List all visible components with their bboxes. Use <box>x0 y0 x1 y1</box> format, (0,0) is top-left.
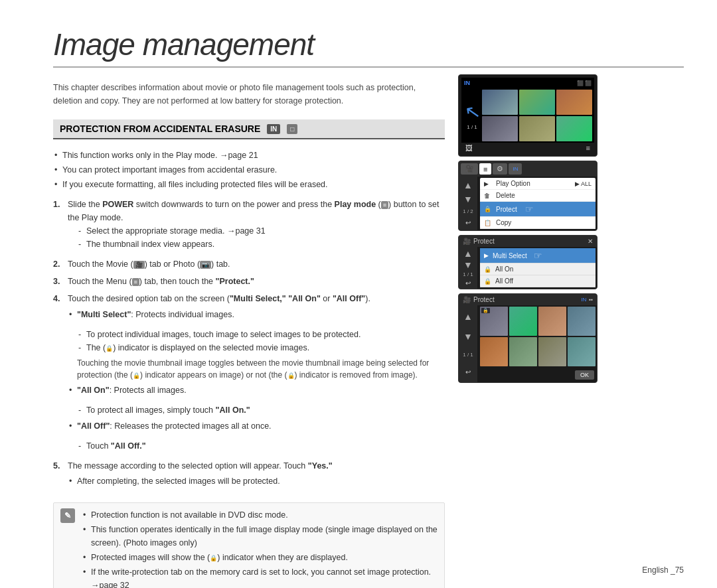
alloff-item[interactable]: 🔒 All Off <box>480 275 596 287</box>
step-4-bullets: "Multi Select": Protects individual imag… <box>68 308 445 321</box>
step-4-alloff: "All Off": Releases the protected images… <box>68 419 445 433</box>
screen3-body: ▲ ▼ 1 / 1 ↩ ▶ Multi Select ☞ 🔒 A <box>459 247 597 289</box>
screen2-tabs: 🎥 ≡ ⚙ IN <box>459 161 597 177</box>
thumb-2[interactable] <box>519 90 555 115</box>
photo-5[interactable] <box>480 337 508 366</box>
intro-paragraph: This chapter describes information about… <box>53 81 445 108</box>
step-4-alloff-dash: Touch "All Off." <box>77 439 445 453</box>
menu-delete[interactable]: 🗑 Delete <box>480 190 596 202</box>
menu-play-option[interactable]: ▶ Play Option ▶ ALL <box>480 178 596 190</box>
multiselect-icon: ▶ <box>484 252 489 259</box>
screen1-pagenum: 1 / 1 <box>467 124 477 130</box>
protect-icon: 🔒 <box>484 206 492 212</box>
step-1-text: Slide the POWER switch downwards to turn… <box>68 200 439 222</box>
screen2-menu: ▶ Play Option ▶ ALL 🗑 Delete 🔒 Protect ☞ <box>480 178 596 229</box>
page-container: Image management This chapter describes … <box>0 0 717 588</box>
note-4: If the write-protection tab on the memor… <box>82 565 438 588</box>
tab-in[interactable]: IN <box>509 163 522 175</box>
menu-copy[interactable]: 📋 Copy <box>480 217 596 229</box>
screen3-controls: ▲ ▼ 1 / 1 ↩ <box>459 247 477 289</box>
thumb-6[interactable] <box>556 116 592 141</box>
step-4-text: Touch the desired option tab on the scre… <box>68 294 370 303</box>
notes-content: Protection function is not available in … <box>82 508 438 588</box>
screen4-movie-icon: 🎥 <box>463 296 471 303</box>
tab-settings[interactable]: ⚙ <box>493 163 507 175</box>
bullet-item: You can protect important images from ac… <box>53 163 445 177</box>
s4-up[interactable]: ▲ <box>463 312 473 321</box>
screen4-controls: ▲ ▼ 1 / 1 ↩ <box>459 305 477 382</box>
screen3-title-area: 🎥 Protect <box>463 238 495 245</box>
thumb-5[interactable] <box>519 116 555 141</box>
play-icon: ▶ <box>484 181 492 187</box>
screen3-movie-icon: 🎥 <box>463 238 471 245</box>
lock-1: 🔒 <box>481 308 490 313</box>
step-4: 4. Touch the desired option tab on the s… <box>53 292 445 455</box>
photo-6[interactable] <box>509 337 537 366</box>
step-1: 1. Slide the POWER switch downwards to t… <box>53 198 445 254</box>
finger-on-protect: ☞ <box>525 204 534 214</box>
screen2-controls: ▲ ▼ 1 / 2 ↩ <box>459 177 477 230</box>
screen1-battery: ⬛ ⬛ <box>577 80 592 86</box>
down-arrow[interactable]: ▼ <box>463 194 473 204</box>
step-3-num: 3. <box>53 275 64 288</box>
step-4-dash-2: The (🔒) indicator is displayed on the se… <box>77 341 445 354</box>
s4-back[interactable]: ↩ <box>465 368 471 376</box>
tab-movie[interactable]: 🎥 <box>461 163 478 175</box>
screen4-ok-area: OK <box>479 368 597 382</box>
screen-2: 🎥 ≡ ⚙ IN ▲ ▼ 1 / 2 ↩ <box>458 161 598 231</box>
thumb-3[interactable] <box>556 90 592 115</box>
screen-3: 🎥 Protect ✕ ▲ ▼ 1 / 1 ↩ ▶ <box>458 235 598 289</box>
screen1-statusbar: ⬛ ⬛ <box>577 80 592 86</box>
photo-8[interactable] <box>568 337 596 366</box>
step-4-allon: "All On": Protects all images. <box>68 384 445 397</box>
screen3-header: 🎥 Protect ✕ <box>459 236 597 247</box>
step-4-allon-dash: To protect all images, simply touch "All… <box>77 404 445 417</box>
s3-up[interactable]: ▲ <box>463 249 473 258</box>
bullet-item: This function works only in the Play mod… <box>53 149 445 162</box>
photo-4[interactable] <box>568 307 596 336</box>
s4-down[interactable]: ▼ <box>463 332 473 341</box>
delete-icon: 🗑 <box>484 192 492 199</box>
step-5-sub: After completing, the selected images wi… <box>68 475 333 488</box>
back-btn[interactable]: ↩ <box>465 219 471 226</box>
screen1-bottom: 🖼 ≡ <box>461 143 594 153</box>
screen2-body: ▲ ▼ 1 / 2 ↩ ▶ Play Option ▶ ALL 🗑 <box>459 177 597 230</box>
notes-box: ✎ Protection function is not available i… <box>53 502 445 588</box>
step-2: 2. Touch the Movie (🎥) tab or Photo (📷) … <box>53 257 445 271</box>
tab-menu[interactable]: ≡ <box>479 163 491 175</box>
screen3-close[interactable]: ✕ <box>588 238 593 245</box>
alloff-label: All Off <box>495 277 513 285</box>
menu-copy-label: Copy <box>496 219 511 226</box>
s3-down[interactable]: ▼ <box>463 260 473 269</box>
ok-button[interactable]: OK <box>575 370 594 380</box>
page-title: Image management <box>53 27 684 68</box>
step-1-sub-2: The thumbnail index view appears. <box>77 238 445 251</box>
thumb-1[interactable] <box>482 90 518 115</box>
menu-protect[interactable]: 🔒 Protect ☞ <box>480 202 596 217</box>
photo-3[interactable] <box>538 307 566 336</box>
step-5-num: 5. <box>53 459 64 494</box>
photo-7[interactable] <box>538 337 566 366</box>
note-1: Protection function is not available in … <box>82 508 438 522</box>
photo-2[interactable] <box>509 307 537 336</box>
s3-back[interactable]: ↩ <box>465 279 471 287</box>
step-1-num: 1. <box>53 198 64 254</box>
menu-delete-label: Delete <box>496 192 515 199</box>
thumb-4[interactable] <box>482 116 518 141</box>
screen3-list: ▶ Multi Select ☞ 🔒 All On 🔒 All Off <box>480 248 596 287</box>
up-arrow[interactable]: ▲ <box>463 181 473 190</box>
allon-label: All On <box>495 265 513 273</box>
section-heading: PROTECTION FROM ACCIDENTAL ERASURE IN □ <box>53 119 445 139</box>
allon-item[interactable]: 🔒 All On <box>480 263 596 275</box>
step-4-multi: "Multi Select": Protects individual imag… <box>68 308 445 321</box>
main-text: This chapter describes information about… <box>53 81 445 588</box>
step-1-subs: Select the appropriate storage media. →p… <box>77 224 445 251</box>
step-5: 5. The message according to the selected… <box>53 459 445 494</box>
photo-1[interactable]: 🔒 <box>480 307 508 336</box>
screen4-in: IN <box>581 297 586 303</box>
finger-multiselect: ☞ <box>534 250 542 261</box>
screen1-menu-icon: ≡ <box>586 144 590 152</box>
multiselect-item[interactable]: ▶ Multi Select ☞ <box>480 248 596 263</box>
screen4-title: Protect <box>473 296 495 303</box>
thumb-grid <box>482 90 592 141</box>
